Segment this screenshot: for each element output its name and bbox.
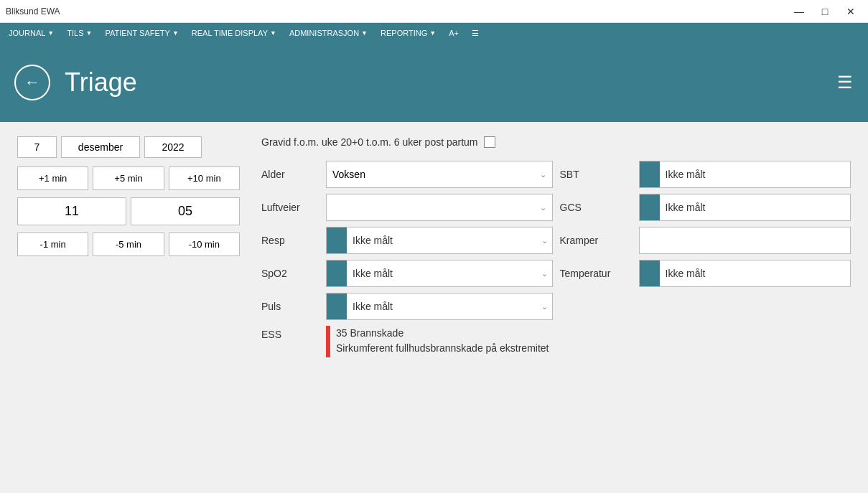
spo2-row: SpO2 Ikke målt ⌄: [261, 260, 553, 287]
ess-content: 35 Brannskade Sirkumferent fullhudsbrann…: [326, 326, 553, 357]
menu-font-size[interactable]: A+: [443, 26, 465, 40]
luftveier-label: Luftveier: [261, 202, 326, 213]
pregnant-label: Gravid f.o.m. uke 20+0 t.o.m. 6 uker pos…: [261, 136, 478, 148]
luftveier-chevron-icon: ⌄: [540, 203, 546, 212]
sbt-row: SBT Ikke målt: [560, 161, 851, 188]
temperatur-color-swatch: [640, 260, 660, 286]
date-row: 7 desember 2022: [17, 136, 240, 158]
main-content: 7 desember 2022 +1 min +5 min +10 min 11…: [0, 122, 868, 493]
alder-label: Alder: [261, 169, 326, 180]
title-bar: Bliksund EWA — □ ✕: [0, 0, 868, 23]
menu-bar: JOURNAL▼ TILS▼ PATIENT SAFETY▼ REAL TIME…: [0, 23, 868, 43]
temperatur-input[interactable]: Ikke målt: [639, 260, 851, 287]
form-columns: Alder Voksen ⌄ Luftveier ⌄: [261, 161, 851, 357]
kramper-label: Kramper: [560, 235, 639, 246]
page-header: ← Triage ☰: [0, 43, 868, 122]
time-plus-row: +1 min +5 min +10 min: [17, 166, 240, 190]
luftveier-row: Luftveier ⌄: [261, 194, 553, 221]
close-button[interactable]: ✕: [839, 4, 862, 19]
spo2-value: Ikke målt: [347, 268, 537, 279]
ess-color-bar: [326, 326, 330, 357]
puls-color-swatch: [327, 294, 347, 319]
kramper-row: Kramper: [560, 227, 851, 254]
hamburger-icon: ☰: [472, 29, 479, 38]
time-hour-field[interactable]: 11: [17, 197, 126, 225]
sbt-value: Ikke målt: [660, 169, 851, 180]
admin-arrow-icon: ▼: [361, 29, 368, 37]
resp-value: Ikke målt: [347, 235, 537, 246]
spo2-label: SpO2: [261, 268, 326, 279]
pregnant-row: Gravid f.o.m. uke 20+0 t.o.m. 6 uker pos…: [261, 136, 851, 148]
back-icon: ←: [24, 73, 40, 92]
sbt-color-swatch: [640, 161, 660, 187]
alder-chevron-icon: ⌄: [540, 170, 546, 179]
date-day-field[interactable]: 7: [17, 136, 57, 158]
sbt-label: SBT: [560, 169, 639, 180]
temperatur-label: Temperatur: [560, 268, 639, 279]
menu-hamburger[interactable]: ☰: [466, 26, 485, 41]
alder-value: Voksen: [332, 169, 365, 180]
right-form-fields: SBT Ikke målt GCS Ikke målt: [560, 161, 851, 357]
puls-chevron-icon: ⌄: [537, 302, 552, 311]
gcs-input[interactable]: Ikke målt: [639, 194, 851, 221]
left-panel: 7 desember 2022 +1 min +5 min +10 min 11…: [17, 136, 240, 357]
back-button[interactable]: ←: [14, 65, 50, 100]
alder-row: Alder Voksen ⌄: [261, 161, 553, 188]
gcs-row: GCS Ikke målt: [560, 194, 851, 221]
page-title: Triage: [65, 67, 137, 98]
gcs-value: Ikke målt: [660, 202, 851, 213]
puls-select[interactable]: Ikke målt ⌄: [326, 293, 553, 320]
right-panel: Gravid f.o.m. uke 20+0 t.o.m. 6 uker pos…: [261, 136, 851, 357]
plus10min-button[interactable]: +10 min: [169, 166, 240, 190]
window-title: Bliksund EWA: [6, 6, 60, 17]
resp-row: Resp Ikke målt ⌄: [261, 227, 553, 254]
ess-row: ESS 35 Brannskade Sirkumferent fullhudsb…: [261, 326, 553, 357]
ess-label: ESS: [261, 326, 326, 340]
date-month-field[interactable]: desember: [61, 136, 140, 158]
window-controls: — □ ✕: [788, 4, 862, 19]
tils-arrow-icon: ▼: [86, 29, 93, 37]
menu-journal[interactable]: JOURNAL▼: [3, 26, 60, 40]
main-layout: 7 desember 2022 +1 min +5 min +10 min 11…: [17, 136, 851, 357]
patient-safety-arrow-icon: ▼: [172, 29, 179, 37]
alder-select[interactable]: Voksen ⌄: [326, 161, 553, 188]
resp-chevron-icon: ⌄: [537, 236, 552, 245]
minus10min-button[interactable]: -10 min: [169, 233, 240, 256]
minus1min-button[interactable]: -1 min: [17, 233, 88, 256]
spo2-color-swatch: [327, 260, 347, 286]
menu-reporting[interactable]: REPORTING▼: [375, 26, 442, 40]
kramper-input[interactable]: [639, 227, 851, 254]
puls-label: Puls: [261, 301, 326, 312]
puls-row: Puls Ikke målt ⌄: [261, 293, 553, 320]
spo2-select[interactable]: Ikke målt ⌄: [326, 260, 553, 287]
header-hamburger-icon: ☰: [837, 72, 854, 93]
time-minus-row: -1 min -5 min -10 min: [17, 233, 240, 256]
left-form-fields: Alder Voksen ⌄ Luftveier ⌄: [261, 161, 553, 357]
ess-subtitle: Sirkumferent fullhudsbrannskade på ekstr…: [336, 341, 549, 356]
header-menu-icon[interactable]: ☰: [837, 72, 854, 93]
menu-realtime[interactable]: REAL TIME DISPLAY▼: [186, 26, 282, 40]
plus1min-button[interactable]: +1 min: [17, 166, 88, 190]
sbt-input[interactable]: Ikke målt: [639, 161, 851, 188]
realtime-arrow-icon: ▼: [270, 29, 276, 37]
resp-select[interactable]: Ikke målt ⌄: [326, 227, 553, 254]
reporting-arrow-icon: ▼: [429, 29, 436, 37]
ess-text: 35 Brannskade Sirkumferent fullhudsbrann…: [336, 326, 549, 356]
gcs-color-swatch: [640, 194, 660, 220]
maximize-button[interactable]: □: [813, 4, 836, 19]
pregnant-checkbox[interactable]: [484, 136, 495, 148]
temperatur-value: Ikke målt: [660, 268, 851, 279]
time-minute-field[interactable]: 05: [131, 197, 240, 225]
resp-label: Resp: [261, 235, 326, 246]
journal-arrow-icon: ▼: [47, 29, 54, 37]
minus5min-button[interactable]: -5 min: [93, 233, 164, 256]
puls-value: Ikke målt: [347, 301, 537, 312]
date-year-field[interactable]: 2022: [144, 136, 202, 158]
menu-tils[interactable]: TILS▼: [61, 26, 98, 40]
luftveier-select[interactable]: ⌄: [326, 194, 553, 221]
minimize-button[interactable]: —: [788, 4, 811, 19]
time-row: 11 05: [17, 197, 240, 225]
plus5min-button[interactable]: +5 min: [93, 166, 164, 190]
menu-patient-safety[interactable]: PATIENT SAFETY▼: [99, 26, 184, 40]
menu-admin[interactable]: ADMINISTRASJON▼: [284, 26, 373, 40]
